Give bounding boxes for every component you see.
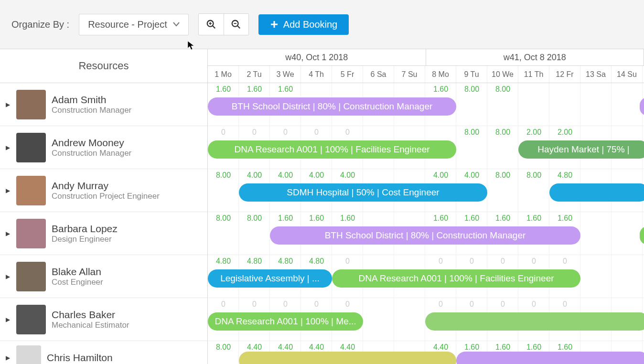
- name-block: Charles Baker Mechanical Estimator: [52, 309, 129, 330]
- expand-caret-icon[interactable]: ▶: [6, 101, 11, 108]
- week-header-row: w40, Oct 1 2018w41, Oct 8 2018: [208, 49, 644, 66]
- booking-bar[interactable]: DNA Research A001 | 100% | Facilities En…: [208, 140, 456, 159]
- hours-value: 8.00: [456, 85, 487, 94]
- avatar: [16, 345, 41, 364]
- hours-value: 1.60: [487, 343, 518, 352]
- resource-row[interactable]: ▶ Andrew Mooney Construction Manager: [0, 126, 207, 169]
- avatar: [16, 133, 46, 162]
- add-booking-button[interactable]: Add Booking: [258, 14, 349, 35]
- hours-value: 4.00: [270, 171, 301, 180]
- hours-value: [394, 300, 425, 309]
- hours-value: 0: [518, 257, 549, 266]
- timeline-row: 8.004.004.004.004.004.004.008.008.004.80…: [208, 169, 644, 212]
- booking-bar[interactable]: Hayden Market | 75% |: [518, 140, 644, 159]
- resource-row[interactable]: ▶ Charles Baker Mechanical Estimator: [0, 298, 207, 341]
- name-block: Barbara Lopez Design Engineer: [52, 223, 118, 244]
- scheduler-grid: Resources ▶ Adam Smith Construction Mana…: [0, 49, 644, 364]
- resource-row[interactable]: ▶ Andy Murray Construction Project Engin…: [0, 169, 207, 212]
- day-header: 5 Fr: [332, 66, 363, 83]
- organize-by-label: Organize By :: [11, 19, 69, 30]
- name-block: Andrew Mooney Construction Manager: [52, 137, 131, 158]
- day-header: 9 Tu: [456, 66, 487, 83]
- hours-value: 4.40: [425, 343, 456, 352]
- resource-name: Chris Hamilton: [47, 352, 113, 364]
- hours-value: [580, 85, 612, 94]
- avatar: [16, 90, 46, 119]
- hours-value: 0: [208, 128, 239, 137]
- resource-row[interactable]: ▶ Barbara Lopez Design Engineer: [0, 212, 207, 255]
- cursor-icon: [187, 41, 196, 51]
- day-header: 6 Sa: [363, 66, 394, 83]
- dropdown-value: Resource - Project: [88, 19, 167, 30]
- hours-value: 8.00: [456, 128, 487, 137]
- hours-value: [363, 85, 394, 94]
- hours-value: [363, 128, 394, 137]
- hours-value: 0: [518, 300, 549, 309]
- hours-value: [580, 128, 612, 137]
- hours-value: 8.00: [239, 214, 270, 223]
- expand-caret-icon[interactable]: ▶: [6, 144, 11, 151]
- hours-value: 1.60: [425, 214, 456, 223]
- booking-bar[interactable]: DNA Research A001 | 100% | Me...: [208, 312, 363, 331]
- zoom-in-button[interactable]: [199, 14, 224, 35]
- expand-caret-icon[interactable]: ▶: [6, 187, 11, 194]
- toolbar: Organize By : Resource - Project Add Boo…: [0, 0, 644, 49]
- hours-value: [394, 171, 425, 180]
- hours-value: 8.00: [208, 343, 239, 352]
- hours-value: 0: [425, 257, 456, 266]
- hours-value: [612, 257, 643, 266]
- day-header: 2 Tu: [239, 66, 270, 83]
- resource-row[interactable]: ▶ Chris Hamilton: [0, 341, 207, 364]
- zoom-out-icon: [231, 19, 241, 30]
- resource-name: Charles Baker: [52, 309, 129, 321]
- hours-value: 0: [332, 300, 363, 309]
- hours-value: 1.60: [549, 214, 580, 223]
- booking-bar[interactable]: [239, 352, 456, 364]
- booking-bar[interactable]: SDMH Hospital | 50% | Cost Engineer: [239, 183, 487, 202]
- hours-value: 0: [549, 257, 580, 266]
- resource-role: Design Engineer: [52, 235, 118, 244]
- hours-value: 4.80: [239, 257, 270, 266]
- resource-row[interactable]: ▶ Blake Allan Cost Engineer: [0, 255, 207, 298]
- hours-value: [363, 343, 394, 352]
- add-booking-label: Add Booking: [283, 19, 337, 30]
- hours-value: 0: [239, 300, 270, 309]
- organize-by-dropdown[interactable]: Resource - Project: [79, 14, 189, 35]
- booking-bar[interactable]: [640, 97, 644, 116]
- booking-bar[interactable]: [456, 352, 644, 364]
- hours-value: 4.00: [301, 171, 332, 180]
- hours-value: 0: [456, 300, 487, 309]
- hours-value: 4.00: [425, 171, 456, 180]
- hours-value: 1.60: [456, 214, 487, 223]
- hours-value: 0: [456, 257, 487, 266]
- booking-bar[interactable]: [425, 312, 644, 331]
- name-block: Chris Hamilton: [47, 352, 113, 364]
- zoom-group: [198, 13, 249, 35]
- booking-bar[interactable]: [549, 183, 644, 202]
- zoom-out-button[interactable]: [224, 14, 248, 35]
- hours-value: 0: [239, 128, 270, 137]
- hours-value: [612, 171, 643, 180]
- booking-bar[interactable]: [640, 226, 644, 245]
- expand-caret-icon[interactable]: ▶: [6, 230, 11, 237]
- booking-bar[interactable]: Legislative Assembly | ...: [208, 269, 332, 288]
- resource-role: Construction Manager: [52, 106, 131, 115]
- hours-value: 1.60: [549, 343, 580, 352]
- expand-caret-icon[interactable]: ▶: [6, 316, 11, 323]
- booking-bar[interactable]: BTH School District | 80% | Construction…: [208, 97, 456, 116]
- hours-value: 1.60: [239, 85, 270, 94]
- hours-value: 1.60: [270, 214, 301, 223]
- hours-value: [301, 85, 332, 94]
- day-header: 7 Su: [394, 66, 425, 83]
- booking-bar[interactable]: DNA Research A001 | 100% | Facilities En…: [332, 269, 580, 288]
- hours-value: 0: [425, 300, 456, 309]
- hours-value: [363, 300, 394, 309]
- expand-caret-icon[interactable]: ▶: [6, 273, 11, 280]
- expand-caret-icon[interactable]: ▶: [6, 354, 11, 361]
- hours-value: 4.80: [549, 171, 580, 180]
- avatar: [16, 262, 46, 291]
- hours-value: 4.40: [239, 343, 270, 352]
- booking-bar[interactable]: BTH School District | 80% | Construction…: [270, 226, 580, 245]
- resource-row[interactable]: ▶ Adam Smith Construction Manager: [0, 83, 207, 126]
- resource-name: Andy Murray: [52, 180, 160, 192]
